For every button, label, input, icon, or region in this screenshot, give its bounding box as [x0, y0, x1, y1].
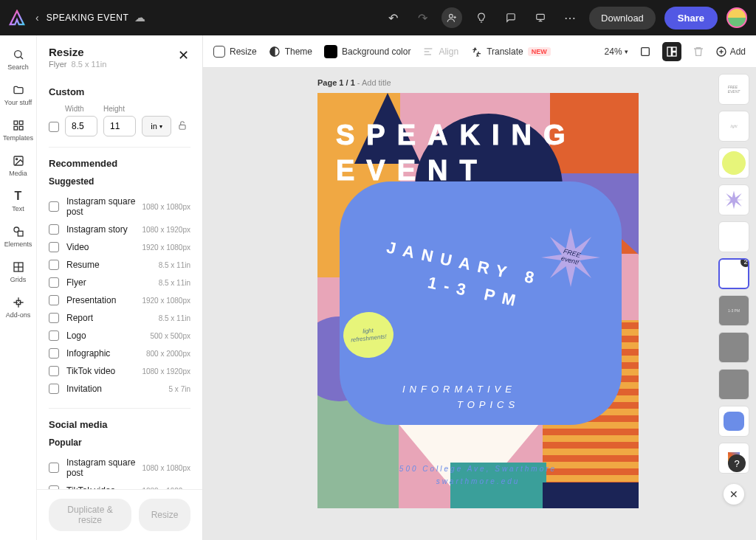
user-avatar[interactable]: [726, 7, 747, 28]
app-logo[interactable]: [9, 10, 25, 26]
option-checkbox[interactable]: [49, 384, 59, 394]
thumbnail-10[interactable]: [718, 406, 749, 437]
view-mode-2-icon[interactable]: [662, 42, 681, 61]
size-option[interactable]: TikTok video1080 x 1920px: [49, 362, 190, 380]
toolbar-translate[interactable]: TranslateNEW: [470, 46, 551, 58]
size-option[interactable]: Instagram story1080 x 1920px: [49, 221, 190, 238]
rail-templates[interactable]: Templates: [0, 112, 36, 148]
custom-checkbox[interactable]: [49, 122, 59, 132]
thumbnail-7[interactable]: 1-3 PM: [718, 295, 749, 326]
thumbnail-3[interactable]: [718, 148, 749, 179]
rail-your-stuff[interactable]: Your stuff: [0, 77, 36, 112]
back-button[interactable]: ‹: [35, 12, 39, 24]
redo-icon[interactable]: ↷: [412, 7, 433, 28]
comment-icon[interactable]: [501, 7, 521, 28]
size-option[interactable]: Instagram square post1080 x 1080px: [49, 454, 190, 482]
size-option[interactable]: Instagram square post1080 x 1080px: [49, 193, 190, 221]
height-input[interactable]: [103, 116, 136, 136]
svg-rect-25: [672, 47, 676, 51]
addons-icon: [11, 295, 26, 310]
option-name: Presentation: [66, 295, 142, 305]
more-icon[interactable]: ⋯: [560, 7, 580, 28]
option-dimensions: 1920 x 1080px: [142, 297, 190, 305]
option-checkbox[interactable]: [49, 313, 59, 323]
recommended-heading: Recommended: [49, 158, 190, 169]
size-option[interactable]: Logo500 x 500px: [49, 327, 190, 345]
new-badge: NEW: [528, 47, 551, 56]
thumbnail-8[interactable]: [718, 332, 749, 363]
option-checkbox[interactable]: [49, 348, 59, 359]
svg-rect-3: [537, 14, 545, 19]
width-input[interactable]: [65, 116, 97, 136]
size-option[interactable]: Flyer8.5 x 11in: [49, 274, 190, 291]
flyer-title-text[interactable]: SPEAKINGEVENT: [336, 118, 620, 188]
size-option[interactable]: Resume8.5 x 11in: [49, 256, 190, 274]
size-option[interactable]: TikTok video1080 x 1920px: [49, 482, 190, 489]
flyer-topics-text[interactable]: INFORMATIVE TOPICS: [402, 382, 519, 413]
svg-point-0: [450, 14, 453, 18]
size-option[interactable]: Report8.5 x 11in: [49, 309, 190, 327]
help-button[interactable]: ?: [728, 454, 746, 472]
resize-button[interactable]: Resize: [139, 499, 190, 531]
cloud-sync-icon[interactable]: ☁: [134, 11, 145, 24]
close-panel-icon[interactable]: ✕: [176, 46, 190, 65]
grids-icon: [11, 260, 26, 274]
flyer-address-text[interactable]: 500 College Ave, Swarthmoreswarthmore.ed…: [317, 463, 639, 488]
rail-elements[interactable]: Elements: [0, 218, 36, 254]
toolbar-theme[interactable]: Theme: [269, 46, 312, 58]
option-checkbox[interactable]: [49, 201, 59, 212]
option-checkbox[interactable]: [49, 295, 59, 305]
text-icon: T: [11, 189, 26, 204]
size-option[interactable]: Infographic800 x 2000px: [49, 345, 190, 362]
canvas-toolbar: Resize Theme Background color Align Tran…: [203, 35, 756, 68]
invite-icon[interactable]: [441, 7, 462, 28]
delete-icon[interactable]: [689, 42, 708, 61]
panel-body: Custom Width Height in▾ Recommended Sugg…: [37, 76, 202, 489]
size-option[interactable]: Video1920 x 1080px: [49, 238, 190, 256]
unit-select[interactable]: in▾: [142, 116, 171, 136]
option-checkbox[interactable]: [49, 260, 59, 270]
duplicate-resize-button[interactable]: Duplicate & resize: [49, 499, 131, 531]
rail-media[interactable]: Media: [0, 148, 36, 183]
option-dimensions: 1920 x 1080px: [142, 243, 190, 252]
option-checkbox[interactable]: [49, 330, 59, 341]
toolbar-align: Align: [422, 46, 458, 58]
rail-addons[interactable]: Add-ons: [0, 289, 36, 325]
option-checkbox[interactable]: [49, 224, 59, 235]
present-icon[interactable]: [530, 7, 551, 28]
option-checkbox[interactable]: [49, 463, 59, 473]
option-checkbox[interactable]: [49, 277, 59, 288]
thumbnail-6[interactable]: 2: [718, 258, 749, 289]
toolbar-bgcolor[interactable]: Background color: [324, 45, 410, 58]
panel-footer: Duplicate & resize Resize: [37, 489, 202, 540]
thumbnail-1[interactable]: FREEEVENT: [718, 74, 749, 105]
thumbnail-9[interactable]: [718, 369, 749, 400]
share-button[interactable]: Share: [664, 7, 718, 30]
toolbar-resize[interactable]: Resize: [213, 46, 257, 58]
shape-starburst[interactable]: FREEevent!: [541, 228, 600, 287]
download-button[interactable]: Download: [589, 7, 656, 30]
option-checkbox[interactable]: [49, 242, 59, 252]
flyer-canvas[interactable]: SPEAKINGEVENT FREEevent! JANUARY 8 1-3 P…: [317, 93, 639, 508]
view-mode-1-icon[interactable]: [636, 42, 655, 61]
size-option[interactable]: Presentation1920 x 1080px: [49, 291, 190, 309]
thumbnail-2[interactable]: light: [718, 111, 749, 142]
size-option[interactable]: Invitation5 x 7in: [49, 380, 190, 398]
option-checkbox[interactable]: [49, 366, 59, 376]
lock-aspect-icon[interactable]: [177, 120, 188, 134]
rail-text[interactable]: TText: [0, 183, 36, 218]
lightbulb-icon[interactable]: [471, 7, 492, 28]
rail-grids[interactable]: Grids: [0, 254, 36, 289]
page-indicator[interactable]: Page 1 / 1 - Add title: [317, 78, 391, 87]
add-page-button[interactable]: Add: [715, 46, 746, 58]
elements-icon: [11, 224, 26, 239]
undo-icon[interactable]: ↶: [382, 7, 403, 28]
zoom-level[interactable]: 24%▾: [605, 46, 628, 57]
rail-search[interactable]: Search: [0, 41, 36, 77]
thumbnail-5[interactable]: [718, 221, 749, 252]
thumbnail-4[interactable]: [718, 184, 749, 215]
close-thumbnails-button[interactable]: ✕: [724, 484, 744, 505]
canvas-area[interactable]: Page 1 / 1 - Add title SPEAKINGEVENT FRE…: [203, 68, 712, 540]
document-title[interactable]: SPEAKING EVENT: [47, 13, 129, 23]
svg-rect-6: [14, 121, 18, 125]
